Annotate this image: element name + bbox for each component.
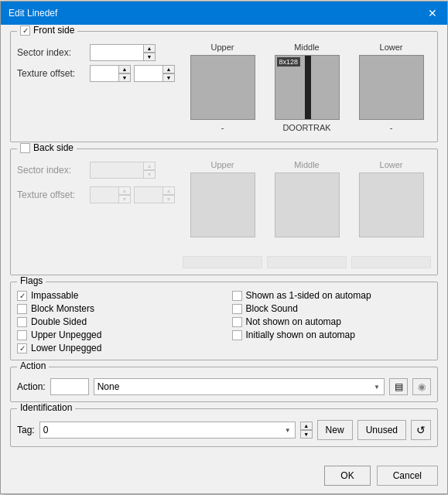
sector-index-down[interactable]: ▼ [143,53,156,61]
back-offset-y-input [134,186,163,203]
front-upper-col: Upper - [183,43,262,135]
back-lower-preview [359,172,424,237]
not-on-automap-checkbox[interactable] [232,317,242,327]
front-middle-preview[interactable]: 8x128 [275,55,340,120]
flag-initially-shown: Initially shown on automap [232,329,432,340]
sector-index-spinner-btns: ▲ ▼ [143,44,156,61]
ok-button[interactable]: OK [324,466,370,486]
new-button[interactable]: New [317,420,353,440]
tag-spinner: ▲ ▼ [300,422,313,439]
back-upper-preview [190,172,255,237]
flag-block-monsters: Block Monsters [17,303,217,314]
back-upper-col: Upper [183,160,262,253]
back-offset-y-down: ▼ [162,195,175,203]
lower-unpegged-label: Lower Unpegged [31,343,101,353]
upper-unpegged-label: Upper Unpegged [31,329,101,340]
back-side-checkbox[interactable] [20,143,30,153]
front-middle-name: DOORTRAK [282,123,330,135]
offset-y-up[interactable]: ▲ [162,65,175,73]
tag-down[interactable]: ▼ [300,430,313,439]
upper-unpegged-checkbox[interactable] [17,330,27,340]
front-upper-name: - [221,123,224,135]
lower-unpegged-checkbox[interactable] [17,343,27,353]
back-side-legend: Back side [17,142,77,153]
back-texture-labels [183,256,431,268]
back-offset-x-down: ▼ [118,195,131,203]
unused-button[interactable]: Unused [357,420,406,440]
identification-label: Identification [20,402,72,413]
cancel-button[interactable]: Cancel [377,466,438,486]
sector-index-row: Sector index: 1 ▲ ▼ [17,44,175,61]
back-side-label: Back side [33,142,74,153]
block-sound-label: Block Sound [246,303,298,314]
action-special-button[interactable]: ◉ [412,378,431,395]
tag-up[interactable]: ▲ [300,422,313,430]
flag-lower-unpegged: Lower Unpegged [17,343,217,353]
front-lower-name: - [390,123,393,135]
offset-x-down[interactable]: ▼ [118,73,131,82]
sector-index-input[interactable]: 1 [90,44,144,61]
impassable-checkbox[interactable] [17,291,27,301]
impassable-label: Impassable [31,290,78,301]
initially-shown-checkbox[interactable] [232,330,242,340]
back-side-fields: Sector index: ▲ ▼ Texture offset: [17,160,175,207]
back-upper-header: Upper [211,160,234,169]
sector-index-spinner: 1 ▲ ▼ [90,44,156,61]
front-texture-headers: Upper - Middle 8x128 DOORTRAK [183,43,431,135]
action-dropdown[interactable]: None [94,378,385,395]
back-sector-index-label: Sector index: [17,165,87,176]
texture-offset-label: Texture offset: [17,68,87,79]
front-side-fields: Sector index: 1 ▲ ▼ Texture offset: 0 [17,43,175,86]
initially-shown-label: Initially shown on automap [246,329,355,340]
front-side-legend: Front side [17,25,77,36]
flag-upper-unpegged: Upper Unpegged [17,329,217,340]
flags-legend: Flags [17,275,46,286]
front-side-checkbox[interactable] [20,26,30,36]
front-upper-preview[interactable] [190,55,255,120]
action-field-label: Action: [17,381,46,392]
block-sound-checkbox[interactable] [232,304,242,314]
action-label: Action [20,360,46,371]
action-dropdown-wrapper: None [94,378,385,395]
front-textures-area: Upper - Middle 8x128 DOORTRAK [183,43,431,135]
back-sector-up: ▲ [143,162,156,170]
shown-1sided-checkbox[interactable] [232,291,242,301]
back-sector-down: ▼ [143,170,156,179]
front-lower-header: Lower [380,43,403,52]
back-textures-area: Upper Middle Lower [183,160,431,268]
texture-offset-x-spinner: 0 ▲ ▼ [90,65,131,82]
back-texture-headers: Upper Middle Lower [183,160,431,253]
texture-offset-row: Texture offset: 0 ▲ ▼ 0 ▲ [17,65,175,82]
close-button[interactable]: ✕ [426,6,439,20]
action-properties-button[interactable]: ▤ [389,378,408,395]
back-sector-index-row: Sector index: ▲ ▼ [17,162,175,179]
shown-1sided-label: Shown as 1-sided on automap [246,290,371,301]
texture-offset-y-input[interactable]: 0 [134,65,163,82]
tag-dropdown[interactable]: 0 [39,422,296,439]
action-legend: Action [17,360,49,371]
back-middle-preview [275,172,340,237]
title-bar: Edit Linedef ✕ [1,2,447,25]
offset-y-down[interactable]: ▼ [162,73,175,82]
back-offset-x-up: ▲ [118,186,131,195]
texture-offset-x-input[interactable]: 0 [90,65,119,82]
dialog-footer: OK Cancel [1,461,447,493]
dialog-title: Edit Linedef [9,8,57,19]
sector-index-up[interactable]: ▲ [143,44,156,53]
offset-x-up[interactable]: ▲ [118,65,131,73]
back-side-content: Sector index: ▲ ▼ Texture offset: [17,160,431,268]
back-middle-header: Middle [294,160,319,169]
block-monsters-checkbox[interactable] [17,304,27,314]
flag-impassable: Impassable [17,290,217,301]
block-monsters-label: Block Monsters [31,303,94,314]
flag-block-sound: Block Sound [232,303,432,314]
back-lower-header: Lower [380,160,403,169]
front-side-content: Sector index: 1 ▲ ▼ Texture offset: 0 [17,43,431,135]
action-num-input[interactable]: 0 [50,378,89,395]
front-side-section: Front side Sector index: 1 ▲ ▼ [10,31,438,142]
flag-not-on-automap: Not shown on automap [232,316,432,327]
double-sided-checkbox[interactable] [17,317,27,327]
front-middle-stripe [305,56,311,119]
front-lower-preview[interactable] [359,55,424,120]
revert-button[interactable]: ↺ [411,420,431,440]
